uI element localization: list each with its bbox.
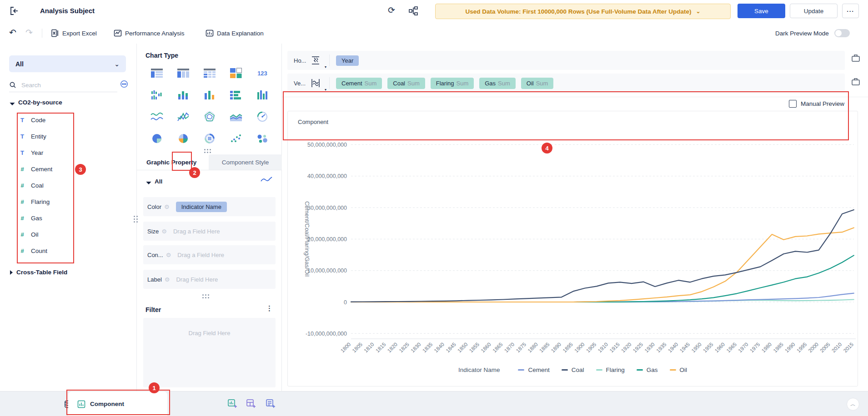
filter-drop-zone[interactable]: Drag Field Here xyxy=(143,318,276,387)
add-report-component-icon[interactable] xyxy=(266,399,276,409)
all-section-header[interactable]: All xyxy=(146,178,162,185)
measure-pill-coal[interactable]: Coal Sum xyxy=(387,78,425,89)
svg-text:1880: 1880 xyxy=(527,342,539,354)
tab-component-style[interactable]: Component Style xyxy=(209,154,282,170)
legend-item-cement[interactable]: Cement xyxy=(518,366,549,373)
chart-type-radar-icon[interactable] xyxy=(196,106,223,128)
data-volume-banner[interactable]: Used Data Volume: First 10000,000 Rows (… xyxy=(435,4,731,19)
measure-pill-flaring[interactable]: Flaring Sum xyxy=(431,78,474,89)
chart-type-bar-chart-icon[interactable] xyxy=(196,84,223,106)
more-menu-button[interactable]: ··· xyxy=(842,4,859,18)
chart-canvas-area: Ho... ▾ Year Ve... ▾ xyxy=(282,44,868,391)
field-label: Cement xyxy=(31,166,52,173)
gear-icon[interactable]: ⚙ xyxy=(165,276,170,283)
chart-type-pie-icon[interactable] xyxy=(144,128,170,149)
data-explanation-button[interactable]: Data Explanation xyxy=(206,27,264,40)
filter-menu-icon[interactable]: ⋮ xyxy=(266,304,273,312)
chart-config-panel: Chart Type 123 Graphic Property Componen… xyxy=(137,44,282,391)
sidebar-resize-handle[interactable] xyxy=(134,216,138,223)
update-button[interactable]: Update xyxy=(790,4,838,18)
color-field-pill[interactable]: Indicator Name xyxy=(176,202,227,212)
chart-type-kpi-123-icon[interactable]: 123 xyxy=(249,62,276,84)
cross-table-field-node[interactable]: Cross-Table Field xyxy=(10,269,67,276)
chart-type-detail-table-icon[interactable] xyxy=(170,62,196,84)
panel-resize-handle[interactable] xyxy=(204,149,211,153)
chart-type-dashboard-blocks-icon[interactable] xyxy=(223,62,249,84)
tab-graphic-property[interactable]: Graphic Property xyxy=(137,154,209,170)
exit-icon[interactable] xyxy=(9,6,19,16)
field-label: Flaring xyxy=(31,198,50,205)
save-button[interactable]: Save xyxy=(738,4,785,18)
svg-text:1985: 1985 xyxy=(772,342,784,354)
property-row-label[interactable]: Label ⚙Drag Field Here xyxy=(143,270,276,289)
chart-type-bubble-icon[interactable] xyxy=(249,128,276,149)
undo-icon[interactable]: ↶ xyxy=(9,27,16,38)
chart-type-multi-bar-icon[interactable] xyxy=(144,84,170,106)
measure-pill-gas[interactable]: Gas Sum xyxy=(479,78,516,89)
legend-item-flaring[interactable]: Flaring xyxy=(596,366,625,373)
gear-icon[interactable]: ⚙ xyxy=(166,252,171,258)
field-item-gas[interactable]: #Gas xyxy=(0,210,137,226)
chart-type-scatter-icon[interactable] xyxy=(223,128,249,149)
property-row-con[interactable]: Con... ⚙Drag a Field Here xyxy=(143,245,276,264)
dataset-tree-node[interactable]: CO2-by-source xyxy=(10,99,62,106)
field-label: Code xyxy=(31,117,45,124)
legend-item-oil[interactable]: Oil xyxy=(670,366,687,373)
component-chart-icon xyxy=(77,400,85,408)
chart-type-stacked-area-icon[interactable] xyxy=(223,106,249,128)
vertical-axis-shelf[interactable]: Ve... ▾ Cement SumCoal SumFlaring SumGas… xyxy=(287,74,845,93)
chart-type-combo-bar-icon[interactable] xyxy=(249,84,276,106)
search-input[interactable] xyxy=(20,81,104,89)
vertical-axis-settings-icon[interactable] xyxy=(851,77,860,86)
field-item-cement[interactable]: #Cement xyxy=(0,161,137,177)
search-options-icon[interactable] xyxy=(120,80,128,88)
scope-dropdown[interactable]: All ⌄ xyxy=(9,55,126,72)
scope-dropdown-value: All xyxy=(15,60,24,68)
vertical-axis-type-icon[interactable]: ▾ xyxy=(310,78,326,89)
add-table-component-icon[interactable] xyxy=(246,399,256,409)
property-row-size[interactable]: Size ⚙Drag a Field Here xyxy=(143,222,276,241)
horizontal-axis-shelf[interactable]: Ho... ▾ Year xyxy=(287,51,845,70)
excel-icon xyxy=(51,29,59,37)
dark-mode-toggle[interactable] xyxy=(834,29,850,37)
measure-pill-oil[interactable]: Oil Sum xyxy=(521,78,554,89)
export-excel-button[interactable]: Export Excel xyxy=(51,27,97,40)
gear-icon[interactable]: ⚙ xyxy=(164,203,170,210)
field-item-code[interactable]: TCode xyxy=(0,112,137,128)
panel-resize-handle[interactable] xyxy=(202,294,209,298)
chart-type-grouped-table-icon[interactable] xyxy=(144,62,170,84)
add-chart-component-icon[interactable] xyxy=(227,399,237,409)
manual-preview-checkbox-row[interactable]: Manual Preview xyxy=(789,100,844,108)
chart-card[interactable]: Component 50,000,000,00040,000,000,00030… xyxy=(287,111,858,386)
chart-type-gauge-icon[interactable] xyxy=(249,106,276,128)
field-item-count[interactable]: #Count xyxy=(0,243,137,259)
horizontal-axis-settings-icon[interactable] xyxy=(851,54,860,62)
svg-text:1940: 1940 xyxy=(667,342,679,354)
gear-icon[interactable]: ⚙ xyxy=(161,228,167,235)
chart-type-line-chart-icon[interactable] xyxy=(170,106,196,128)
redo-icon[interactable]: ↷ xyxy=(25,27,33,38)
field-item-entity[interactable]: TEntity xyxy=(0,128,137,144)
property-row-color[interactable]: Color ⚙Indicator Name xyxy=(143,197,276,216)
chart-type-cross-table-icon[interactable] xyxy=(196,62,223,84)
field-item-flaring[interactable]: #Flaring xyxy=(0,193,137,210)
dimension-pill-year[interactable]: Year xyxy=(336,55,359,66)
tab-component[interactable]: Component xyxy=(68,391,167,416)
legend-item-gas[interactable]: Gas xyxy=(637,366,658,373)
chart-type-multi-pie-icon[interactable] xyxy=(170,128,196,149)
chart-type-area-line-icon[interactable] xyxy=(144,106,170,128)
performance-analysis-button[interactable]: Performance Analysis xyxy=(114,27,185,40)
lineage-flow-icon[interactable] xyxy=(408,6,418,16)
refresh-icon[interactable]: ⟳ xyxy=(388,5,395,15)
field-item-oil[interactable]: #Oil xyxy=(0,226,137,243)
chart-type-donut-rose-icon[interactable] xyxy=(196,128,223,149)
horizontal-axis-type-icon[interactable]: ▾ xyxy=(310,55,326,66)
legend-item-coal[interactable]: Coal xyxy=(562,366,584,373)
field-item-year[interactable]: TYear xyxy=(0,144,137,161)
chart-type-horizontal-bar-icon[interactable] xyxy=(223,84,249,106)
chart-type-stacked-bar-icon[interactable] xyxy=(170,84,196,106)
collapse-panel-icon[interactable]: ︿ xyxy=(847,398,859,411)
measure-pill-cement[interactable]: Cement Sum xyxy=(336,78,382,89)
field-item-coal[interactable]: #Coal xyxy=(0,177,137,193)
checkbox-icon[interactable] xyxy=(789,100,797,108)
